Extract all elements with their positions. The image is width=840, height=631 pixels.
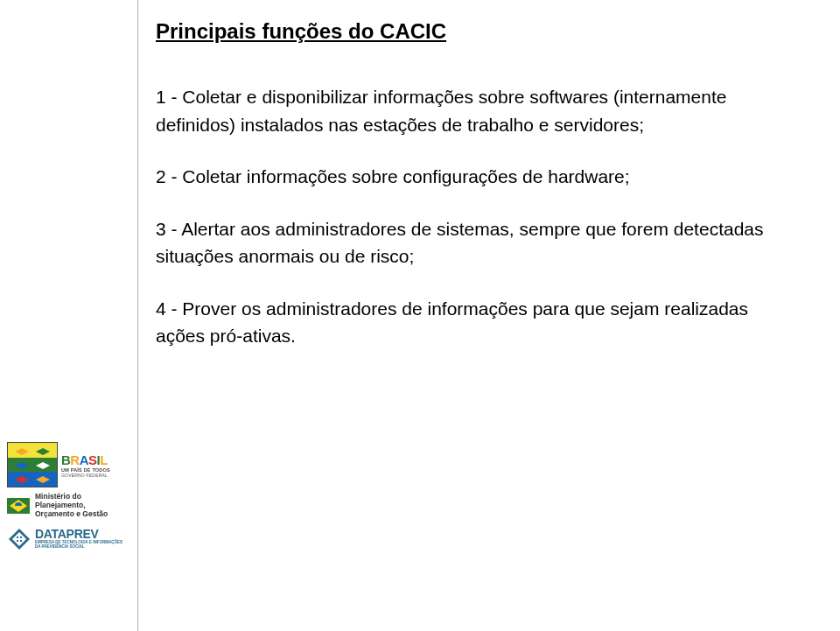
page-title: Principais funções do CACIC <box>156 19 446 44</box>
brasil-letter: S <box>88 452 97 467</box>
svg-rect-4 <box>20 540 22 542</box>
svg-rect-1 <box>17 536 18 538</box>
ministerio-line: Orçamento e Gestão <box>35 510 108 519</box>
brasil-text-block: BRASIL UM PAÍS DE TODOS GOVERNO FEDERAL <box>58 442 131 487</box>
logo-brasil: BRASIL UM PAÍS DE TODOS GOVERNO FEDERAL <box>7 442 131 487</box>
content-list: 1 - Coletar e disponibilizar informações… <box>156 83 786 375</box>
brasil-letter: A <box>80 452 88 467</box>
list-item: 2 - Coletar informações sobre configuraç… <box>156 163 786 191</box>
brasil-letter: B <box>61 452 70 467</box>
svg-rect-3 <box>17 540 18 542</box>
dataprev-sub: DA PREVIDÊNCIA SOCIAL <box>35 545 122 550</box>
logo-ministerio: Ministério do Planejamento, Orçamento e … <box>7 493 131 518</box>
brasil-flag-panel-icon <box>7 442 58 487</box>
brasil-letter: L <box>100 452 108 467</box>
list-item: 4 - Prover os administradores de informa… <box>156 295 786 350</box>
vertical-divider <box>137 0 138 631</box>
brasil-letter: R <box>70 452 79 467</box>
logo-area: BRASIL UM PAÍS DE TODOS GOVERNO FEDERAL … <box>7 442 131 551</box>
list-item: 1 - Coletar e disponibilizar informações… <box>156 83 786 138</box>
list-item: 3 - Alertar aos administradores de siste… <box>156 215 786 270</box>
brazil-flag-icon <box>7 498 30 514</box>
dataprev-diamond-icon <box>7 527 32 551</box>
svg-rect-2 <box>20 536 22 538</box>
dataprev-wordmark: DATAPREV <box>35 527 122 541</box>
brasil-wordmark: BRASIL <box>61 452 131 467</box>
dataprev-text-block: DATAPREV EMPRESA DE TECNOLOGIA E INFORMA… <box>35 527 122 550</box>
brasil-gov-label: GOVERNO FEDERAL <box>61 473 131 478</box>
ministerio-text: Ministério do Planejamento, Orçamento e … <box>35 493 108 518</box>
logo-dataprev: DATAPREV EMPRESA DE TECNOLOGIA E INFORMA… <box>7 527 131 551</box>
